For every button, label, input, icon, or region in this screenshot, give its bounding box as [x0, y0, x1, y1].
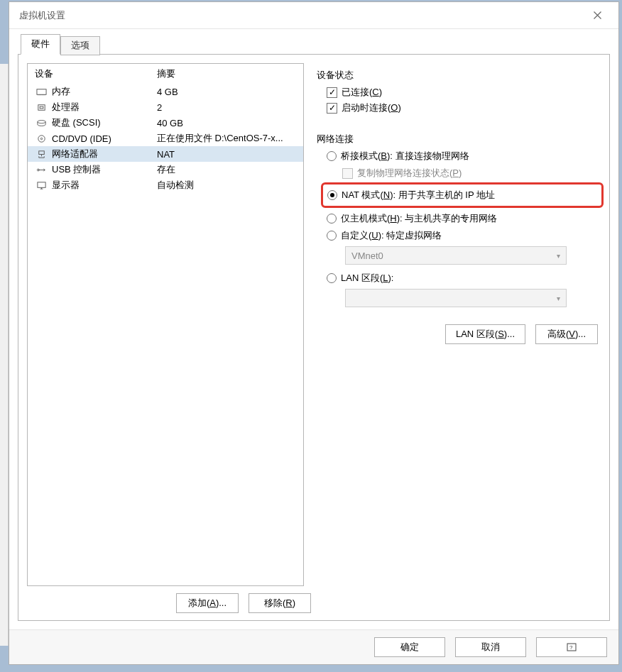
- radio-label: NAT 模式(N): 用于共享主机的 IP 地址: [342, 189, 495, 202]
- device-status-title: 设备状态: [317, 69, 598, 82]
- network-connection-title: 网络连接: [317, 133, 598, 145]
- device-label: 网络适配器: [52, 148, 157, 160]
- svg-rect-0: [36, 89, 45, 94]
- cpu-icon: [35, 101, 48, 113]
- device-summary: 自动检测: [157, 179, 296, 192]
- device-row-display[interactable]: 显示器 自动检测: [28, 177, 303, 193]
- svg-text:?: ?: [569, 644, 573, 651]
- radio-lan-segment[interactable]: LAN 区段(L):: [327, 272, 598, 285]
- close-icon: [594, 11, 601, 19]
- svg-point-4: [38, 135, 44, 141]
- tab-row: 硬件 选项: [18, 35, 610, 55]
- radio-icon: [327, 190, 337, 200]
- device-label: USB 控制器: [52, 163, 157, 176]
- radio-bridged[interactable]: 桥接模式(B): 直接连接物理网络: [327, 150, 598, 163]
- device-summary: 2: [157, 102, 296, 113]
- close-button[interactable]: [582, 5, 613, 26]
- radio-icon: [327, 231, 337, 241]
- lan-segments-button[interactable]: LAN 区段(S)...: [445, 324, 525, 344]
- dialog-footer: 确定 取消 ?: [9, 629, 618, 664]
- device-summary: 正在使用文件 D:\CentOS-7-x...: [157, 132, 296, 145]
- radio-label: 桥接模式(B): 直接连接物理网络: [341, 150, 469, 163]
- device-row-disk[interactable]: 硬盘 (SCSI) 40 GB: [28, 115, 303, 131]
- header-device: 设备: [35, 67, 157, 80]
- cd-icon: [35, 133, 48, 144]
- cancel-button[interactable]: 取消: [455, 637, 526, 657]
- device-row-network[interactable]: 网络适配器 NAT: [28, 146, 303, 162]
- checkbox-icon: [327, 87, 337, 98]
- device-row-cddvd[interactable]: CD/DVD (IDE) 正在使用文件 D:\CentOS-7-x...: [28, 131, 303, 146]
- svg-rect-8: [37, 182, 45, 187]
- radio-label: 自定义(U): 特定虚拟网络: [341, 229, 442, 242]
- radio-label: LAN 区段(L):: [341, 272, 393, 285]
- titlebar: 虚拟机设置: [9, 2, 618, 29]
- checkbox-label: 已连接(C): [342, 86, 382, 99]
- svg-rect-1: [38, 104, 44, 110]
- radio-icon: [327, 151, 337, 161]
- svg-rect-6: [38, 150, 44, 154]
- checkbox-icon: [327, 103, 337, 114]
- device-list[interactable]: 设备 摘要 内存 4 GB 处理器 2 硬盘: [27, 63, 304, 586]
- checkbox-label: 复制物理网络连接状态(P): [357, 167, 462, 180]
- right-panel: 设备状态 已连接(C) 启动时连接(O) 网络连接: [314, 63, 601, 586]
- device-list-header: 设备 摘要: [28, 64, 303, 84]
- chevron-down-icon: ▾: [557, 294, 560, 302]
- svg-point-5: [40, 138, 42, 139]
- device-label: 硬盘 (SCSI): [52, 116, 157, 129]
- device-summary: 4 GB: [157, 87, 296, 97]
- device-row-memory[interactable]: 内存 4 GB: [28, 84, 303, 99]
- left-panel: 设备 摘要 内存 4 GB 处理器 2 硬盘: [27, 63, 304, 586]
- radio-host-only[interactable]: 仅主机模式(H): 与主机共享的专用网络: [327, 212, 598, 225]
- device-label: CD/DVD (IDE): [52, 133, 157, 144]
- memory-icon: [35, 86, 48, 97]
- device-row-cpu[interactable]: 处理器 2: [28, 99, 303, 115]
- device-summary: NAT: [157, 149, 296, 160]
- radio-nat[interactable]: NAT 模式(N): 用于共享主机的 IP 地址: [327, 189, 597, 202]
- checkbox-connected[interactable]: 已连接(C): [327, 86, 598, 99]
- radio-icon: [327, 214, 337, 224]
- network-icon: [35, 148, 48, 160]
- custom-network-combo: VMnet0 ▾: [345, 246, 567, 265]
- checkbox-label: 启动时连接(O): [342, 101, 401, 114]
- lan-segment-combo: ▾: [345, 289, 567, 307]
- add-button[interactable]: 添加(A)...: [176, 593, 239, 613]
- device-label: 处理器: [52, 101, 157, 114]
- advanced-button[interactable]: 高级(V)...: [535, 324, 598, 344]
- radio-custom[interactable]: 自定义(U): 特定虚拟网络: [327, 229, 598, 242]
- radio-label: 仅主机模式(H): 与主机共享的专用网络: [341, 212, 497, 225]
- help-button[interactable]: ?: [536, 637, 607, 657]
- header-summary: 摘要: [157, 67, 296, 80]
- checkbox-replicate-physical: 复制物理网络连接状态(P): [342, 167, 598, 180]
- help-icon: ?: [567, 643, 577, 651]
- device-row-usb[interactable]: USB 控制器 存在: [28, 162, 303, 177]
- disk-icon: [35, 117, 48, 128]
- chevron-down-icon: ▾: [557, 252, 560, 260]
- device-label: 显示器: [52, 179, 157, 192]
- svg-point-3: [37, 120, 45, 123]
- remove-button[interactable]: 移除(R): [249, 593, 311, 613]
- device-label: 内存: [52, 85, 157, 98]
- ok-button[interactable]: 确定: [374, 637, 445, 657]
- tab-options[interactable]: 选项: [60, 36, 100, 55]
- highlight-nat: NAT 模式(N): 用于共享主机的 IP 地址: [321, 182, 604, 208]
- vm-settings-dialog: 虚拟机设置 硬件 选项 设备 摘要 内存 4 GB: [9, 1, 619, 665]
- tab-hardware[interactable]: 硬件: [21, 34, 60, 55]
- dialog-title: 虚拟机设置: [19, 9, 582, 22]
- combo-value: VMnet0: [351, 250, 383, 261]
- checkbox-icon: [342, 168, 353, 179]
- svg-rect-2: [40, 106, 43, 109]
- device-summary: 存在: [157, 163, 296, 176]
- display-icon: [35, 180, 48, 191]
- checkbox-connect-at-power-on[interactable]: 启动时连接(O): [327, 101, 598, 114]
- device-summary: 40 GB: [157, 118, 296, 128]
- usb-icon: [35, 164, 48, 175]
- radio-icon: [327, 273, 337, 283]
